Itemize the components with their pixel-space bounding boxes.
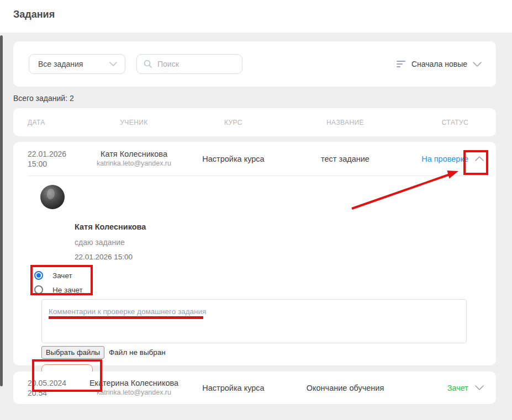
total-tasks-label: Всего заданий: bbox=[13, 94, 67, 103]
header-status: СТАТУС bbox=[409, 119, 468, 126]
comment-textarea[interactable] bbox=[41, 299, 467, 343]
radio-selected-icon[interactable] bbox=[34, 271, 43, 280]
chevron-down-icon bbox=[109, 62, 117, 66]
chevron-up-icon bbox=[475, 156, 484, 161]
student-email: katrinka.leto@yandex.ru bbox=[83, 159, 185, 168]
filter-toolbar: Все задания Сначала новые bbox=[13, 41, 496, 87]
left-scrollbar[interactable] bbox=[0, 35, 3, 386]
submission-author: Катя Колесникова bbox=[75, 222, 146, 231]
submission-panel: Катя Колесникова сдаю задание 22.01.2026… bbox=[13, 176, 496, 365]
task-date: 20.05.2024 20:54 bbox=[28, 378, 83, 398]
total-tasks: Всего заданий: 2 bbox=[13, 94, 74, 103]
search-input[interactable] bbox=[157, 60, 235, 68]
radio-fail[interactable]: Не зачет bbox=[34, 285, 83, 294]
total-tasks-count: 2 bbox=[70, 94, 74, 103]
page-title: Задания bbox=[13, 9, 55, 20]
file-input[interactable]: Выбрать файлы Файл не выбран bbox=[41, 346, 166, 359]
sort-button[interactable]: Сначала новые bbox=[397, 41, 482, 87]
expand-toggle[interactable] bbox=[468, 385, 490, 390]
student-email: katrinka.leto@yandex.ru bbox=[83, 388, 185, 397]
task-date: 22.01.2026 15:00 bbox=[28, 149, 83, 169]
radio-fail-label: Не зачет bbox=[52, 286, 83, 294]
header-date: ДАТА bbox=[28, 119, 83, 126]
header-title: НАЗВАНИЕ bbox=[282, 119, 409, 126]
table-header: ДАТА УЧЕНИК КУРС НАЗВАНИЕ СТАТУС bbox=[13, 108, 496, 136]
collapse-toggle[interactable] bbox=[468, 156, 490, 161]
status-badge: На проверке bbox=[409, 155, 468, 163]
task-course: Настройка курса bbox=[185, 384, 282, 392]
search-icon bbox=[144, 60, 152, 68]
file-status-text: Файл не выбран bbox=[109, 348, 166, 357]
chevron-down-icon bbox=[475, 385, 484, 390]
chevron-down-icon bbox=[473, 62, 482, 67]
sort-lines-icon bbox=[397, 61, 406, 67]
task-filter-dropdown[interactable]: Все задания bbox=[29, 54, 125, 74]
radio-unselected-icon[interactable] bbox=[34, 285, 43, 294]
status-badge: Зачет bbox=[409, 384, 468, 392]
task-student: Екатерина Колесникова katrinka.leto@yand… bbox=[83, 378, 185, 397]
radio-pass-label: Зачет bbox=[52, 272, 72, 280]
radio-pass[interactable]: Зачет bbox=[34, 271, 72, 280]
table-row[interactable]: 22.01.2026 15:00 Катя Колесникова katrin… bbox=[13, 142, 496, 176]
task-title: тест задание bbox=[282, 155, 409, 163]
header-student: УЧЕНИК bbox=[83, 119, 185, 126]
header-course: КУРС bbox=[185, 119, 282, 126]
task-row-expanded: 22.01.2026 15:00 Катя Колесникова katrin… bbox=[13, 142, 496, 365]
task-student: Катя Колесникова katrinka.leto@yandex.ru bbox=[83, 149, 185, 168]
submission-datetime: 22.01.2026 15:00 bbox=[75, 253, 133, 261]
choose-files-button[interactable]: Выбрать файлы bbox=[41, 346, 104, 359]
student-avatar bbox=[40, 185, 65, 209]
task-course: Настройка курса bbox=[185, 155, 282, 163]
task-filter-value: Все задания bbox=[38, 60, 83, 68]
task-row: 20.05.2024 20:54 Екатерина Колесникова k… bbox=[13, 371, 496, 404]
submission-message: сдаю задание bbox=[75, 238, 125, 247]
search-field[interactable] bbox=[136, 54, 242, 74]
table-row[interactable]: 20.05.2024 20:54 Екатерина Колесникова k… bbox=[13, 371, 496, 404]
sort-label: Сначала новые bbox=[411, 60, 467, 68]
task-title: Окончание обучения bbox=[282, 384, 409, 392]
